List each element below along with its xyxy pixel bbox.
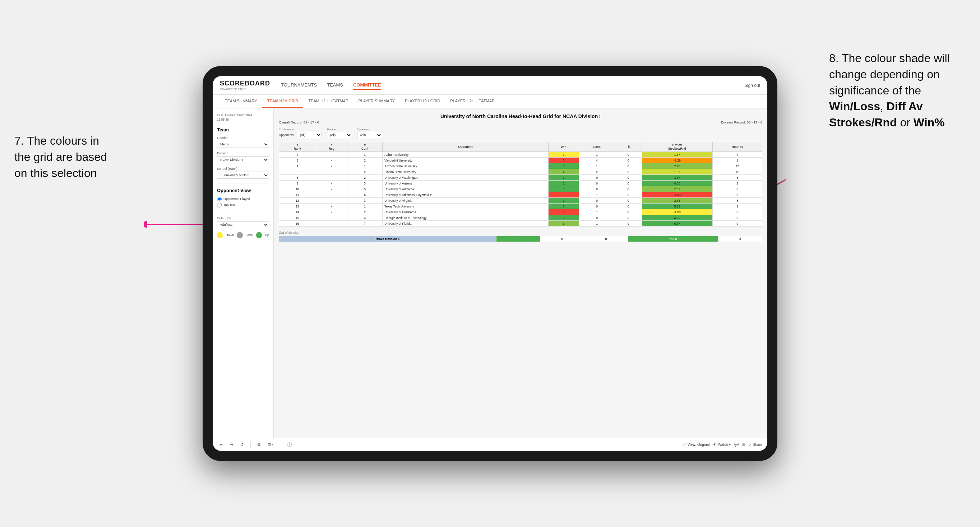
table-row: 2 - 1 Auburn University 2 1 0 1.67 9 (279, 152, 762, 157)
cell-conf: 7 (347, 221, 383, 227)
annotation-right: 8. The colour shade will change dependin… (829, 50, 966, 131)
cell-reg: - (316, 198, 347, 203)
out-of-division-table: NCAA Division II 1 0 0 26.00 3 (279, 236, 762, 242)
nav-committee[interactable]: COMMITTEE (353, 81, 381, 90)
table-row: 11 - 6 University of Arkansas, Fayettevi… (279, 192, 762, 198)
col-rounds: Rounds (713, 142, 762, 152)
cell-opponent: University of Washington (383, 175, 548, 181)
division-record: Division Record: 88 - 17 - 0 (721, 120, 762, 124)
cell-rounds: 3 (713, 198, 762, 203)
copy-button[interactable]: ⧉ (256, 441, 262, 448)
grid-record-row: Overall Record: 89 - 17 - 0 Division Rec… (279, 120, 762, 124)
tab-player-h2h-grid[interactable]: PLAYER H2H GRID (400, 95, 445, 108)
school-select[interactable]: 1. University of Nort... (217, 171, 269, 179)
cell-loss: 2 (579, 169, 615, 175)
nav-tournaments[interactable]: TOURNAMENTS (281, 81, 317, 90)
cell-opponent: Georgia Institute of Technology (383, 215, 548, 221)
ood-loss: 0 (540, 236, 584, 242)
cell-reg: - (316, 169, 347, 175)
cell-reg: - (316, 175, 347, 181)
colour-by-select[interactable]: Win/loss (217, 221, 269, 228)
table-row: 16 - 7 University of Florida 3 1 0 6.67 … (279, 221, 762, 227)
cell-win: 0 (548, 209, 579, 215)
cell-loss: 0 (579, 175, 615, 181)
cell-conf: 2 (347, 157, 383, 163)
cell-win: 0 (548, 192, 579, 198)
cell-reg: - (316, 163, 347, 169)
logo-title: SCOREBOARD (220, 80, 270, 87)
cell-conf: 2 (347, 175, 383, 181)
cell-tie: 0 (615, 203, 642, 209)
opponent-select[interactable]: (All) (357, 132, 382, 138)
sign-out-button[interactable]: Sign out (737, 83, 760, 88)
cell-opponent: University of Alabama (383, 186, 548, 192)
radio-top-100[interactable]: Top 100 (217, 203, 269, 208)
cell-diff: 2.28 (641, 163, 713, 169)
nav-links: TOURNAMENTS TEAMS COMMITTEE (281, 81, 737, 90)
cell-win: 1 (548, 175, 579, 181)
nav-teams[interactable]: TEAMS (327, 81, 343, 90)
logo-sub: Powered by clippd (220, 87, 270, 91)
cell-rank: 12 (279, 198, 316, 203)
cell-loss: 0 (579, 198, 615, 203)
cell-rank: 13 (279, 203, 316, 209)
cell-conf: 5 (347, 186, 383, 192)
radio-opponents-played[interactable]: Opponents Played (217, 197, 269, 202)
watch-button[interactable]: 👁 Watch ▾ (713, 443, 731, 447)
gender-select[interactable]: Men's (217, 141, 269, 148)
cell-conf: 1 (347, 163, 383, 169)
legend-down-dot (217, 232, 223, 238)
cell-conf: 2 (347, 209, 383, 215)
conference-select[interactable]: (All) (297, 132, 322, 138)
col-reg: #Reg (316, 142, 347, 152)
cell-diff: 3.67 (641, 175, 713, 181)
cell-diff: -2.29 (641, 157, 713, 163)
cell-tie: 0 (615, 181, 642, 186)
school-label: School (Rank) (217, 167, 269, 170)
cell-loss: 4 (579, 157, 615, 163)
table-row: 3 - 2 Vanderbilt University 0 4 0 -2.29 … (279, 157, 762, 163)
cell-loss: 0 (579, 186, 615, 192)
cell-diff: 1.67 (641, 152, 713, 157)
paste-button[interactable]: ⊡ · (266, 441, 275, 448)
out-of-division-row: NCAA Division II 1 0 0 26.00 3 (279, 236, 762, 242)
region-filter-label: Region (327, 128, 352, 131)
legend: Down Level Up (217, 232, 269, 238)
ood-rounds: 3 (718, 236, 762, 242)
cell-rank: 2 (279, 152, 316, 157)
tab-player-summary[interactable]: PLAYER SUMMARY (353, 95, 400, 108)
share-button[interactable]: ↗ Share (749, 443, 762, 447)
tab-team-h2h-grid[interactable]: TEAM H2H GRID (262, 95, 304, 108)
cell-reg: - (316, 152, 347, 157)
present-button[interactable]: ⊞ (742, 443, 745, 447)
redo-button[interactable]: ↪ (228, 441, 235, 448)
col-win: Win (548, 142, 579, 152)
cell-rank: 8 (279, 175, 316, 181)
sidebar: Last Updated: 27/03/2024 16:55:38 Team G… (213, 108, 274, 438)
undo-button[interactable]: ↩ (218, 441, 224, 448)
cell-tie: 0 (615, 163, 642, 169)
clock-button[interactable]: 🕐 (285, 441, 294, 448)
comment-button[interactable]: 💬 (734, 443, 738, 447)
cell-diff: 2.61 (641, 186, 713, 192)
table-row: 14 - 2 University of Oklahoma 0 1 0 -1.0… (279, 209, 762, 215)
tab-team-summary[interactable]: TEAM SUMMARY (220, 95, 262, 108)
cell-reg: - (316, 186, 347, 192)
cell-conf: 2 (347, 169, 383, 175)
col-rank: #Rank (279, 142, 316, 152)
division-select[interactable]: NCAA Division I (217, 156, 269, 163)
cell-tie: 0 (615, 175, 642, 181)
col-loss: Loss (579, 142, 615, 152)
tab-team-h2h-heatmap[interactable]: TEAM H2H HEATMAP (303, 95, 353, 108)
cell-conf: 1 (347, 152, 383, 157)
sub-nav: TEAM SUMMARY TEAM H2H GRID TEAM H2H HEAT… (213, 95, 767, 108)
opponent-filter-label: Opponent (357, 128, 382, 131)
cell-opponent: Arizona State University (383, 163, 548, 169)
out-of-division-label: Out of division (279, 231, 762, 235)
tab-player-h2h-heatmap[interactable]: PLAYER H2H HEATMAP (445, 95, 500, 108)
cell-diff: -1.00 (641, 209, 713, 215)
filter-opponent: Opponent (All) (357, 128, 382, 138)
region-select[interactable]: (All) (327, 132, 352, 138)
col-opponent: Opponent (383, 142, 548, 152)
reset-button[interactable]: ↺ (239, 441, 245, 448)
